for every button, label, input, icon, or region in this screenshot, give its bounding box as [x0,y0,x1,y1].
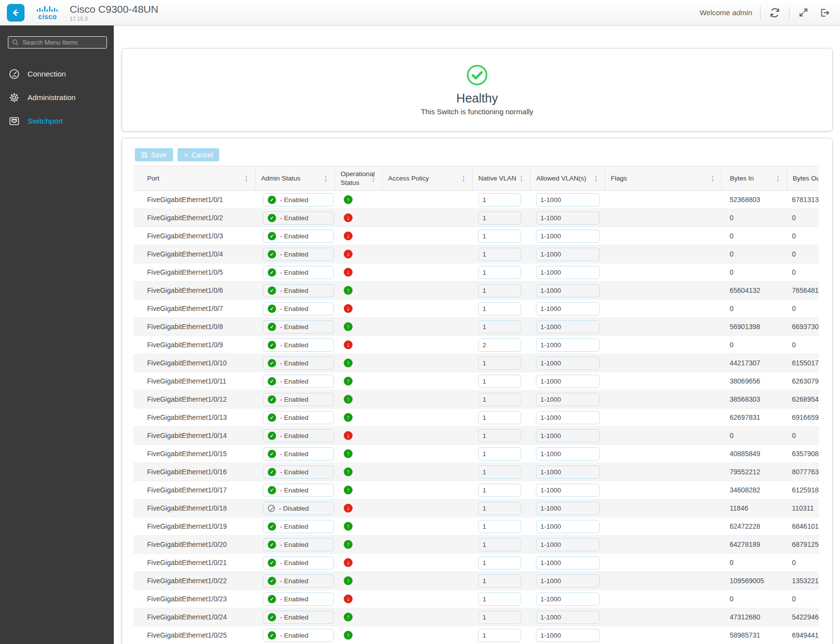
allowed-vlans-input[interactable] [536,611,600,624]
admin-status-select[interactable]: - Enabled [263,429,334,442]
allowed-vlans-input[interactable] [536,447,600,461]
admin-status-select[interactable]: - Enabled [263,320,334,334]
admin-status-select[interactable]: - Enabled [263,357,334,370]
logout-icon[interactable] [818,6,831,19]
admin-status-select[interactable]: - Enabled [263,411,334,424]
admin-status-select[interactable]: - Enabled [263,556,334,569]
fullscreen-icon[interactable] [797,6,810,19]
cancel-button[interactable]: × Cancel [178,148,219,161]
admin-status-select[interactable]: - Enabled [263,284,334,297]
admin-status-select[interactable]: - Enabled [263,484,334,497]
admin-status-select[interactable]: - Enabled [263,629,334,642]
native-vlan-input[interactable] [478,629,521,642]
admin-status-select[interactable]: - Enabled [263,230,334,243]
column-menu-icon[interactable]: ⋮ [369,174,379,183]
column-menu-icon[interactable]: ⋮ [321,174,331,183]
allowed-vlans-input[interactable] [536,429,600,442]
native-vlan-input[interactable] [478,357,521,370]
access-policy-cell [382,409,472,427]
admin-status-select[interactable]: - Disabled [263,502,334,515]
native-vlan-input[interactable] [478,520,521,533]
allowed-vlans-input[interactable] [536,230,600,243]
native-vlan-input[interactable] [478,284,521,297]
allowed-vlans-input[interactable] [536,302,600,315]
allowed-vlans-input[interactable] [536,574,600,588]
admin-status-select[interactable]: - Enabled [263,592,334,606]
admin-status-select[interactable]: - Enabled [263,338,334,352]
column-menu-icon[interactable]: ⋮ [242,174,252,183]
column-menu-icon[interactable]: ⋮ [708,174,718,183]
admin-status-select[interactable]: - Enabled [263,375,334,388]
allowed-vlans-input[interactable] [536,538,600,551]
allowed-vlans-input[interactable] [536,266,600,279]
allowed-vlans-input[interactable] [536,375,600,388]
admin-status-select[interactable]: - Enabled [263,538,334,551]
native-vlan-input[interactable] [478,248,521,261]
native-vlan-input[interactable] [478,611,521,624]
native-vlan-input[interactable] [478,393,521,406]
native-vlan-input[interactable] [478,230,521,243]
admin-status-select[interactable]: - Enabled [263,611,334,624]
native-vlan-input[interactable] [478,592,521,606]
back-button[interactable] [7,4,25,22]
native-vlan-input[interactable] [478,447,521,461]
allowed-vlans-input[interactable] [536,629,600,642]
sidebar-item-label: Switchport [27,117,63,126]
refresh-icon[interactable] [768,6,781,19]
native-vlan-input[interactable] [478,302,521,315]
flags-cell [605,282,721,300]
native-vlan-input[interactable] [478,484,521,497]
native-vlan-input[interactable] [478,574,521,588]
admin-status-select[interactable]: - Enabled [263,465,334,479]
allowed-vlans-input[interactable] [536,211,600,225]
sidebar-item-administration[interactable]: Administration [0,86,114,109]
admin-status-select[interactable]: - Enabled [263,302,334,315]
allowed-vlans-input[interactable] [536,465,600,479]
admin-status-select[interactable]: - Enabled [263,520,334,533]
allowed-vlans-input[interactable] [536,357,600,370]
native-vlan-input[interactable] [478,211,521,225]
allowed-vlans-input[interactable] [536,484,600,497]
column-menu-icon[interactable]: ⋮ [517,174,527,183]
allowed-vlans-input[interactable] [536,193,600,206]
admin-status-select[interactable]: - Enabled [263,248,334,261]
save-button[interactable]: Save [135,148,173,161]
admin-status-select[interactable]: - Enabled [263,574,334,588]
allowed-vlans-input[interactable] [536,320,600,334]
access-policy-cell [382,463,472,481]
allowed-vlans-input[interactable] [536,411,600,424]
bytes-out-cell: 0 [787,554,819,572]
allowed-vlans-input[interactable] [536,393,600,406]
admin-status-select[interactable]: - Enabled [263,266,334,279]
allowed-vlans-input[interactable] [536,248,600,261]
allowed-vlans-input[interactable] [536,556,600,569]
column-menu-icon[interactable]: ⋮ [591,174,601,183]
allowed-vlans-input[interactable] [536,592,600,606]
table-row: FiveGigabitEthernet1/0/2 - Enabled ↓ 0 0 [133,209,819,227]
admin-status-label: - Enabled [280,360,308,367]
search-input[interactable] [8,36,107,49]
allowed-vlans-input[interactable] [536,520,600,533]
native-vlan-input[interactable] [478,320,521,334]
native-vlan-input[interactable] [478,538,521,551]
column-menu-icon[interactable]: ⋮ [773,174,783,183]
admin-status-select[interactable]: - Enabled [263,211,334,225]
native-vlan-input[interactable] [478,411,521,424]
allowed-vlans-input[interactable] [536,284,600,297]
allowed-vlans-input[interactable] [536,502,600,515]
admin-status-select[interactable]: - Enabled [263,193,334,206]
sidebar-item-connection[interactable]: Connection [0,62,114,86]
native-vlan-input[interactable] [478,465,521,479]
admin-status-select[interactable]: - Enabled [263,447,334,461]
native-vlan-input[interactable] [478,375,521,388]
allowed-vlans-input[interactable] [536,338,600,352]
native-vlan-input[interactable] [478,502,521,515]
native-vlan-input[interactable] [478,556,521,569]
native-vlan-input[interactable] [478,338,521,352]
native-vlan-input[interactable] [478,193,521,206]
native-vlan-input[interactable] [478,266,521,279]
native-vlan-input[interactable] [478,429,521,442]
column-menu-icon[interactable]: ⋮ [459,174,469,183]
admin-status-select[interactable]: - Enabled [263,393,334,406]
sidebar-item-switchport[interactable]: Switchport [0,109,114,133]
